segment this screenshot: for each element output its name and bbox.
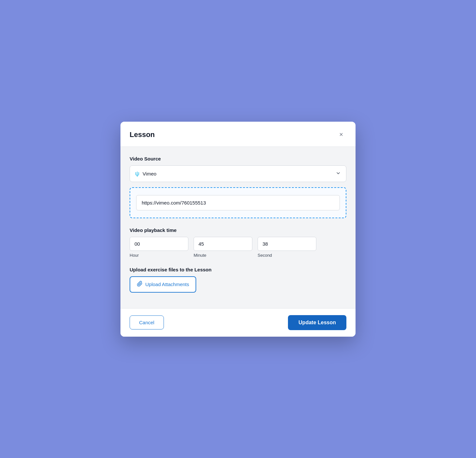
video-url-input[interactable]: [136, 195, 340, 210]
modal-title: Lesson: [130, 130, 155, 139]
upload-attachments-button[interactable]: Upload Attachments: [130, 276, 196, 293]
video-source-label: Video Source: [130, 156, 346, 161]
close-button[interactable]: ×: [336, 130, 346, 140]
modal-footer: Cancel Update Lesson: [120, 308, 356, 337]
modal-overlay: Lesson × Video Source ψ Vimeo: [0, 0, 476, 458]
update-lesson-button[interactable]: Update Lesson: [288, 315, 346, 330]
hour-input-group: Hour: [130, 237, 188, 258]
time-inputs: Hour Minute Second: [130, 237, 346, 258]
playback-label: Video playback time: [130, 227, 346, 233]
second-input[interactable]: [258, 237, 316, 251]
video-source-section: Video Source ψ Vimeo: [130, 156, 346, 182]
video-source-select[interactable]: ψ Vimeo: [130, 165, 346, 182]
cancel-button[interactable]: Cancel: [130, 315, 164, 329]
second-input-group: Second: [258, 237, 316, 258]
minute-input[interactable]: [194, 237, 252, 251]
minute-label: Minute: [194, 253, 252, 258]
url-input-section: [130, 187, 346, 218]
chevron-down-icon: [336, 171, 341, 177]
hour-input[interactable]: [130, 237, 188, 251]
playback-section: Video playback time Hour Minute Second: [130, 227, 346, 258]
modal-body: Video Source ψ Vimeo Video playback ti: [120, 147, 356, 308]
upload-section-label: Upload exercise files to the Lesson: [130, 267, 346, 272]
hour-label: Hour: [130, 253, 188, 258]
video-source-value: Vimeo: [143, 171, 336, 176]
paperclip-icon: [137, 281, 143, 288]
modal-header: Lesson ×: [120, 122, 356, 147]
second-label: Second: [258, 253, 316, 258]
minute-input-group: Minute: [194, 237, 252, 258]
upload-button-label: Upload Attachments: [145, 282, 189, 287]
vimeo-icon: ψ: [135, 170, 139, 177]
lesson-modal: Lesson × Video Source ψ Vimeo: [120, 122, 356, 337]
upload-section: Upload exercise files to the Lesson Uplo…: [130, 267, 346, 293]
